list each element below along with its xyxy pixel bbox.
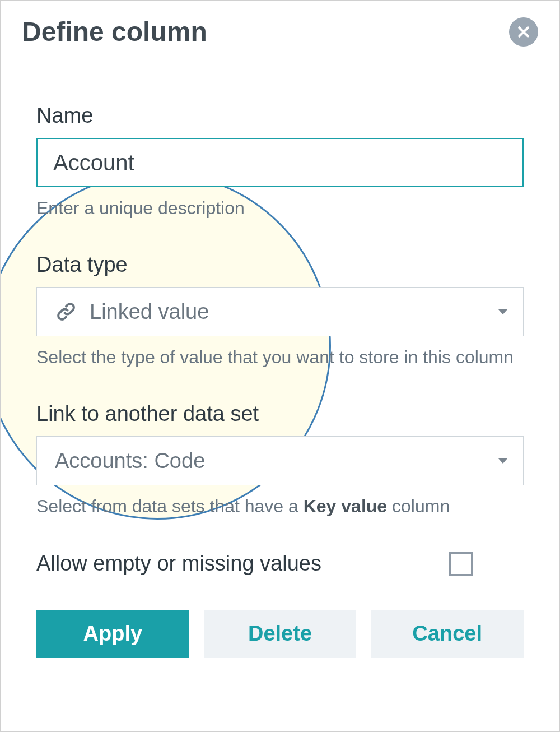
- dialog-body: Name Enter a unique description Data typ…: [1, 70, 559, 658]
- link-to-help-bold: Key value: [304, 496, 387, 516]
- data-type-label: Data type: [36, 253, 524, 277]
- delete-button[interactable]: Delete: [204, 610, 357, 658]
- dialog-header: Define column: [1, 1, 559, 70]
- data-type-help: Select the type of value that you want t…: [36, 345, 524, 369]
- data-type-select[interactable]: Linked value: [36, 287, 524, 336]
- link-to-value: Accounts: Code: [55, 449, 498, 473]
- define-column-dialog: Define column Name Enter a unique descri…: [0, 0, 560, 732]
- close-icon: [516, 25, 531, 39]
- chevron-down-icon: [498, 309, 507, 314]
- link-icon: [55, 300, 77, 323]
- allow-empty-label: Allow empty or missing values: [36, 552, 321, 576]
- allow-empty-checkbox[interactable]: [449, 552, 473, 576]
- name-field-group: Name Enter a unique description: [36, 104, 524, 220]
- link-to-help: Select from data sets that have a Key va…: [36, 494, 524, 518]
- allow-empty-row: Allow empty or missing values: [36, 552, 524, 576]
- name-label: Name: [36, 104, 524, 128]
- chevron-down-icon: [498, 458, 507, 464]
- data-type-value: Linked value: [90, 300, 498, 324]
- link-to-help-suffix: column: [387, 496, 450, 516]
- data-type-field-group: Data type Linked value Select the type o…: [36, 253, 524, 369]
- apply-button[interactable]: Apply: [36, 610, 189, 658]
- link-to-field-group: Link to another data set Accounts: Code …: [36, 402, 524, 518]
- dialog-button-row: Apply Delete Cancel: [36, 610, 524, 658]
- name-help: Enter a unique description: [36, 196, 524, 220]
- link-to-select[interactable]: Accounts: Code: [36, 436, 524, 485]
- dialog-title: Define column: [22, 16, 207, 47]
- link-to-label: Link to another data set: [36, 402, 524, 426]
- cancel-button[interactable]: Cancel: [371, 610, 524, 658]
- link-to-help-prefix: Select from data sets that have a: [36, 496, 304, 516]
- close-button[interactable]: [509, 17, 538, 47]
- name-input[interactable]: [36, 138, 524, 187]
